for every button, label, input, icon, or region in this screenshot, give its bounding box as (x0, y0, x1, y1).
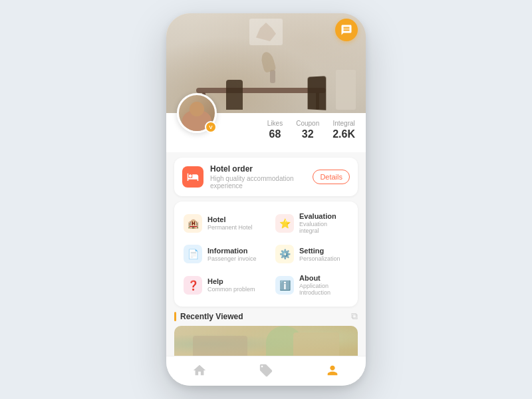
avatar-wrapper: V (177, 93, 217, 133)
chat-icon (340, 24, 352, 36)
bottom-nav (166, 356, 366, 386)
menu-setting-sub: Personalization (299, 255, 340, 262)
chat-button[interactable] (335, 19, 358, 41)
person-icon (325, 363, 340, 378)
menu-item-evaluation[interactable]: ⭐ Evaluation Evaluation integral (266, 207, 358, 239)
stat-likes-label: Likes (267, 120, 283, 127)
menu-eval-title: Evaluation (299, 212, 348, 220)
stat-likes-value: 68 (267, 128, 283, 140)
menu-hotel-sub: Permanent Hotel (207, 224, 253, 231)
menu-icon-hotel: 🏨 (184, 214, 202, 233)
menu-text-hotel: Hotel Permanent Hotel (207, 215, 253, 231)
tag-icon (259, 363, 273, 378)
stat-coupon-value: 32 (296, 128, 319, 140)
menu-item-setting[interactable]: ⚙️ Setting Personalization (266, 239, 358, 269)
menu-hotel-title: Hotel (207, 215, 253, 223)
menu-icon-evaluation: ⭐ (275, 214, 294, 233)
menu-info-title: Information (207, 247, 257, 255)
menu-text-help: Help Common problem (207, 277, 255, 293)
recently-title-wrapper: Recently Viewed (174, 312, 243, 321)
order-icon (182, 166, 203, 188)
hotel-icon (187, 171, 199, 183)
recently-image-inner (174, 326, 358, 356)
recently-bar (174, 312, 176, 321)
stat-likes: Likes 68 (267, 120, 283, 140)
home-icon (192, 363, 207, 378)
recently-header: Recently Viewed ⧉ (174, 311, 358, 322)
nav-item-profile[interactable] (312, 363, 353, 378)
menu-help-sub: Common problem (207, 286, 255, 293)
menu-item-information[interactable]: 📄 Information Passenger invoice (174, 239, 266, 269)
menu-text-evaluation: Evaluation Evaluation integral (299, 212, 348, 234)
order-text: Hotel order High quality accommodation e… (210, 164, 313, 190)
menu-item-hotel[interactable]: 🏨 Hotel Permanent Hotel (174, 207, 266, 239)
menu-text-about: About Application Introduction (299, 274, 348, 296)
menu-icon-setting: ⚙️ (275, 245, 294, 263)
recently-image[interactable] (174, 326, 358, 356)
menu-help-title: Help (207, 277, 255, 285)
recently-section: Recently Viewed ⧉ (174, 311, 358, 356)
menu-icon-help: ❓ (184, 276, 202, 295)
copy-icon[interactable]: ⧉ (351, 311, 358, 322)
stat-integral-value: 2.6K (332, 128, 355, 140)
nav-item-home[interactable] (179, 363, 220, 378)
nav-item-tag[interactable] (245, 363, 287, 378)
stat-integral-label: Integral (332, 120, 355, 127)
details-button[interactable]: Details (313, 170, 350, 184)
order-subtitle: High quality accommodation experience (210, 175, 313, 190)
menu-about-sub: Application Introduction (299, 283, 348, 296)
menu-icon-information: 📄 (184, 245, 202, 263)
stat-coupon: Coupon 32 (296, 120, 319, 140)
recently-title: Recently Viewed (180, 312, 243, 321)
menu-text-setting: Setting Personalization (299, 247, 340, 262)
order-title: Hotel order (210, 164, 313, 174)
avatar-badge-text: V (209, 124, 212, 130)
menu-item-help[interactable]: ❓ Help Common problem (174, 269, 266, 301)
avatar-badge: V (205, 121, 217, 133)
menu-text-information: Information Passenger invoice (207, 247, 257, 262)
phone-container: V Likes 68 Coupon 32 Integral 2.6K (166, 13, 366, 386)
profile-section: V Likes 68 Coupon 32 Integral 2.6K (166, 113, 366, 152)
stat-integral: Integral 2.6K (332, 120, 355, 140)
menu-item-about[interactable]: ℹ️ About Application Introduction (266, 269, 358, 301)
menu-grid: 🏨 Hotel Permanent Hotel ⭐ Evaluation Eva… (174, 201, 358, 307)
menu-setting-title: Setting (299, 247, 340, 255)
menu-info-sub: Passenger invoice (207, 255, 257, 262)
menu-about-title: About (299, 274, 348, 282)
stat-coupon-label: Coupon (296, 120, 319, 127)
scrollable-content: Hotel order High quality accommodation e… (166, 152, 366, 356)
hotel-order-card[interactable]: Hotel order High quality accommodation e… (174, 158, 358, 196)
menu-eval-sub: Evaluation integral (299, 221, 348, 234)
menu-icon-about: ℹ️ (275, 276, 294, 295)
